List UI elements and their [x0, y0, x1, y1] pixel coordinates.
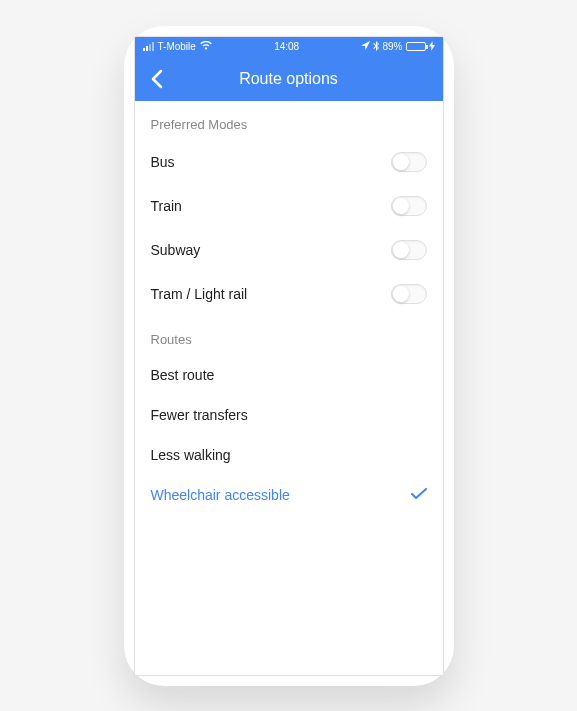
charging-icon	[429, 41, 435, 53]
status-right: 89%	[361, 41, 434, 53]
toggle-bus[interactable]	[391, 152, 427, 172]
route-row-best[interactable]: Best route	[135, 355, 443, 395]
location-icon	[361, 41, 370, 52]
route-label: Wheelchair accessible	[151, 487, 290, 503]
bluetooth-icon	[373, 41, 379, 53]
wifi-icon	[200, 41, 212, 52]
status-time: 14:08	[274, 41, 299, 52]
phone-frame: T-Mobile 14:08 89%	[124, 26, 454, 686]
section-header-routes: Routes	[135, 316, 443, 355]
route-label: Fewer transfers	[151, 407, 248, 423]
mode-row-tram[interactable]: Tram / Light rail	[135, 272, 443, 316]
route-label: Best route	[151, 367, 215, 383]
route-row-fewer-transfers[interactable]: Fewer transfers	[135, 395, 443, 435]
toggle-train[interactable]	[391, 196, 427, 216]
route-row-less-walking[interactable]: Less walking	[135, 435, 443, 475]
mode-label: Subway	[151, 242, 201, 258]
chevron-left-icon	[151, 69, 163, 89]
carrier-label: T-Mobile	[158, 41, 196, 52]
battery-pct: 89%	[382, 41, 402, 52]
toggle-subway[interactable]	[391, 240, 427, 260]
battery-icon	[406, 42, 426, 51]
route-row-wheelchair[interactable]: Wheelchair accessible	[135, 475, 443, 515]
section-header-modes: Preferred Modes	[135, 101, 443, 140]
toggle-tram[interactable]	[391, 284, 427, 304]
signal-icon	[143, 42, 154, 51]
mode-label: Bus	[151, 154, 175, 170]
page-title: Route options	[135, 70, 443, 88]
mode-row-subway[interactable]: Subway	[135, 228, 443, 272]
screen: T-Mobile 14:08 89%	[134, 36, 444, 676]
content: Preferred Modes Bus Train Subway Tram / …	[135, 101, 443, 675]
back-button[interactable]	[135, 57, 179, 101]
check-icon	[411, 487, 427, 503]
mode-label: Train	[151, 198, 182, 214]
route-label: Less walking	[151, 447, 231, 463]
status-bar: T-Mobile 14:08 89%	[135, 37, 443, 57]
mode-label: Tram / Light rail	[151, 286, 248, 302]
nav-header: Route options	[135, 57, 443, 101]
status-left: T-Mobile	[143, 41, 212, 52]
mode-row-bus[interactable]: Bus	[135, 140, 443, 184]
mode-row-train[interactable]: Train	[135, 184, 443, 228]
